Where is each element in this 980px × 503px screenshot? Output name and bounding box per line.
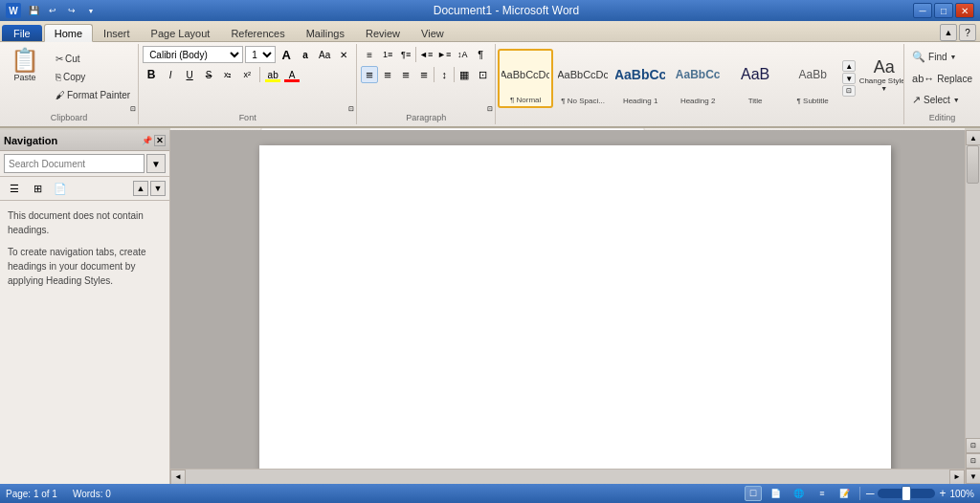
style-heading2[interactable]: AaBbCc Heading 2	[670, 49, 725, 108]
grow-font-btn[interactable]: A	[278, 46, 295, 63]
align-center-btn[interactable]: ≡	[379, 66, 396, 83]
nav-close-btn[interactable]: ✕	[154, 135, 166, 146]
nav-view-grid-btn[interactable]: ⊞	[27, 179, 48, 198]
pilcrow-btn[interactable]: ¶	[472, 46, 489, 63]
divider	[415, 47, 416, 62]
numbering-btn[interactable]: 1≡	[379, 46, 396, 63]
maximize-btn[interactable]: □	[934, 3, 953, 18]
tab-view[interactable]: View	[411, 24, 455, 41]
nav-search-input[interactable]	[4, 154, 145, 173]
style-no-spacing[interactable]: AaBbCcDc ¶ No Spaci...	[555, 49, 611, 108]
nav-view-page-btn[interactable]: 📄	[50, 179, 71, 198]
scroll-page-down-btn[interactable]: ⊡	[966, 453, 980, 469]
style-subtitle[interactable]: AaBb ¶ Subtitle	[785, 49, 840, 108]
tab-review[interactable]: Review	[355, 24, 411, 41]
shrink-font-btn[interactable]: a	[297, 46, 314, 63]
style-title-preview: AaB	[730, 52, 780, 97]
draft-btn[interactable]: 📝	[836, 486, 854, 501]
align-right-btn[interactable]: ≡	[397, 66, 414, 83]
strikethrough-btn[interactable]: S	[200, 66, 217, 83]
borders-btn[interactable]: ⊡	[474, 66, 491, 83]
style-heading1[interactable]: AaBbCc Heading 1	[612, 49, 668, 108]
shading-btn[interactable]: ▦	[456, 66, 473, 83]
tab-page-layout[interactable]: Page Layout	[141, 24, 221, 41]
tab-file[interactable]: File	[2, 25, 42, 41]
find-btn[interactable]: 🔍 Find ▼	[908, 48, 960, 65]
align-left-btn[interactable]: ≡	[361, 66, 378, 83]
undo-quick-btn[interactable]: ↩	[44, 3, 61, 18]
select-btn[interactable]: ↗ Select ▼	[908, 92, 964, 109]
full-reading-btn[interactable]: 📄	[768, 486, 785, 501]
font-expand-icon[interactable]: ⊡	[348, 105, 354, 113]
font-color-btn[interactable]: A	[283, 66, 301, 83]
text-highlight-btn[interactable]: ab	[264, 66, 281, 83]
customize-quick-btn[interactable]: ▼	[82, 3, 100, 18]
help-btn[interactable]: ?	[959, 24, 976, 41]
bold-btn[interactable]: B	[143, 66, 160, 83]
close-btn[interactable]: ✕	[955, 3, 974, 18]
nav-content: This document does not contain headings.…	[0, 201, 169, 484]
ribbon-minimize-btn[interactable]: ▲	[940, 24, 957, 41]
nav-next-btn[interactable]: ▼	[150, 181, 166, 196]
paragraph-expand-icon[interactable]: ⊡	[487, 105, 493, 113]
scrollbar-vertical: ▲ ⊡ ⊡ ▼	[965, 130, 980, 484]
find-label: Find	[928, 52, 947, 62]
sort-btn[interactable]: ↕A	[454, 46, 471, 63]
zoom-out-btn[interactable]: ─	[866, 487, 875, 500]
justify-btn[interactable]: ≡	[415, 66, 433, 83]
scroll-down-btn[interactable]: ▼	[966, 469, 980, 484]
nav-search-arrow-btn[interactable]: ▼	[146, 154, 166, 173]
scroll-h-track[interactable]	[186, 470, 949, 484]
subscript-btn[interactable]: x₂	[219, 66, 236, 83]
line-spacing-btn[interactable]: ↕	[435, 66, 453, 83]
style-title[interactable]: AaB Title	[727, 49, 783, 108]
italic-btn[interactable]: I	[162, 66, 179, 83]
scroll-right-btn[interactable]: ►	[949, 470, 965, 485]
underline-btn[interactable]: U	[181, 66, 198, 83]
paste-btn[interactable]: 📋 Paste	[4, 46, 46, 85]
copy-icon: ⎘	[56, 72, 61, 82]
scroll-track[interactable]	[966, 145, 980, 438]
tab-references[interactable]: References	[220, 24, 295, 41]
style-normal[interactable]: AaBbCcDc ¶ Normal	[498, 49, 553, 108]
web-layout-btn[interactable]: 🌐	[791, 486, 808, 501]
minimize-btn[interactable]: ─	[913, 3, 932, 18]
tab-mailings[interactable]: Mailings	[296, 24, 355, 41]
scroll-up-btn[interactable]: ▲	[966, 130, 980, 145]
zoom-slider[interactable]	[878, 489, 935, 498]
scroll-thumb[interactable]	[967, 145, 979, 184]
nav-view-list-btn[interactable]: ☰	[4, 179, 25, 198]
clear-format-btn[interactable]: ✕	[335, 46, 352, 63]
tab-insert[interactable]: Insert	[93, 24, 141, 41]
style-heading1-label: Heading 1	[623, 97, 657, 105]
main-document-area[interactable]	[170, 130, 980, 484]
format-painter-btn[interactable]: 🖌 Format Painter	[52, 86, 134, 103]
outline-btn[interactable]: ≡	[813, 486, 831, 501]
scroll-left-btn[interactable]: ◄	[170, 470, 186, 485]
select-icon: ↗	[912, 94, 921, 106]
tab-home[interactable]: Home	[44, 24, 93, 42]
bullets-btn[interactable]: ≡	[361, 46, 378, 63]
copy-btn[interactable]: ⎘ Copy	[52, 68, 134, 85]
change-case-btn[interactable]: Aa	[316, 46, 333, 63]
change-styles-btn[interactable]: Aa Change Styles ▼	[855, 54, 904, 95]
style-subtitle-preview: AaBb	[788, 52, 837, 97]
print-layout-btn[interactable]: ☐	[745, 486, 762, 501]
font-content: Calibri (Body) 11 A a Aa ✕ B I U S x₂ x²…	[143, 46, 352, 122]
redo-quick-btn[interactable]: ↪	[63, 3, 80, 18]
inc-indent-btn[interactable]: ►≡	[435, 46, 453, 63]
scroll-page-up-btn[interactable]: ⊡	[966, 438, 980, 453]
nav-search-row: ▼	[0, 151, 169, 177]
zoom-in-btn[interactable]: +	[939, 487, 946, 500]
font-size-select[interactable]: 11	[245, 46, 276, 63]
replace-btn[interactable]: ab↔ Replace	[908, 70, 976, 87]
cut-btn[interactable]: ✂ Cut	[52, 50, 134, 67]
dec-indent-btn[interactable]: ◄≡	[417, 46, 434, 63]
nav-pin-btn[interactable]: 📌	[141, 135, 152, 146]
superscript-btn[interactable]: x²	[238, 66, 256, 83]
font-name-select[interactable]: Calibri (Body)	[143, 46, 243, 63]
nav-prev-btn[interactable]: ▲	[133, 181, 148, 196]
save-quick-btn[interactable]: 💾	[25, 3, 42, 18]
clipboard-expand-icon[interactable]: ⊡	[130, 105, 136, 113]
multilevel-btn[interactable]: ¶≡	[397, 46, 414, 63]
